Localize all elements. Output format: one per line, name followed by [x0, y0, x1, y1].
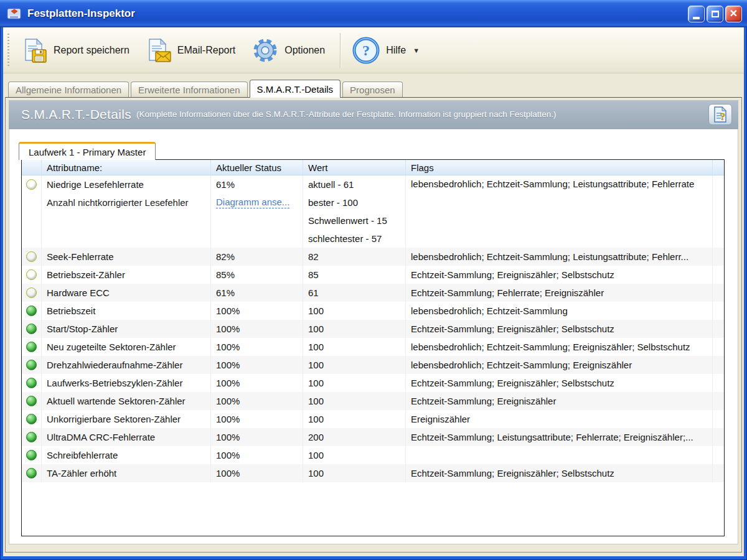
help-icon: ? [352, 36, 380, 65]
options-gear-icon [251, 37, 279, 64]
table-row: Niedrige LesefehlerrateAnzahl nichtkorri… [22, 175, 724, 248]
close-button[interactable]: ✕ [725, 6, 742, 22]
wert-value: 100 [303, 464, 405, 482]
window-title: Festplatten-Inspektor [27, 7, 688, 20]
column-header-attributname[interactable]: Attributname: [42, 160, 211, 175]
save-report-button[interactable]: Report speichern [16, 32, 139, 69]
attribute-name: Neu zugeteilte Sektoren-Zähler [42, 338, 210, 356]
wert-value: aktuell - 61 [303, 175, 405, 194]
attribute-name: Niedrige Lesefehlerrate [42, 175, 210, 194]
app-window: Festplatten-Inspektor ✕ [0, 0, 747, 560]
save-report-label: Report speichern [54, 45, 129, 56]
tab-prognosen[interactable]: Prognosen [342, 82, 403, 97]
wert-value: 100 [303, 356, 405, 374]
help-label: Hilfe [386, 45, 406, 56]
green-status-icon [26, 324, 37, 334]
flags-value: Echtzeit-Sammlung; Ereigniszähler; Selbs… [406, 266, 713, 284]
current-status-value: 100% [211, 356, 303, 374]
attribute-name: Hardware ECC [42, 284, 210, 302]
flags-value: Echtzeit-Sammlung; Ereigniszähler [406, 392, 713, 410]
tab-label: S.M.A.R.T.-Details [257, 84, 334, 95]
current-status-value: 100% [211, 302, 303, 320]
yellow-status-icon [26, 179, 37, 190]
flags-value: Echtzeit-Sammlung; Fehlerrate; Ereignisz… [406, 284, 713, 302]
help-button[interactable]: ? Hilfe ▼ [345, 32, 430, 69]
attribute-name: Seek-Fehlerrate [42, 248, 210, 266]
section-help-button[interactable]: ? [708, 104, 732, 125]
flags-value: Echtzeit-Sammlung; Leistungsattribute; F… [406, 428, 713, 446]
flags-value [406, 446, 713, 464]
wert-value: 200 [303, 428, 405, 446]
wert-value: 100 [303, 410, 405, 428]
tab-smart-details[interactable]: S.M.A.R.T.-Details [250, 80, 341, 98]
green-status-icon [26, 468, 37, 478]
current-status-value: 100% [211, 446, 303, 464]
table-row: Schreibfehlerrate100%100 [22, 446, 724, 464]
table-row: Betriebszeit-Zähler85%85Echtzeit-Sammlun… [22, 266, 724, 284]
green-status-icon [26, 360, 37, 370]
flags-value: Echtzeit-Sammlung; Ereigniszähler; Selbs… [406, 320, 713, 338]
wert-value: schlechtester - 57 [303, 230, 405, 248]
current-status-value: 100% [211, 392, 303, 410]
email-report-button[interactable]: EMail-Report [139, 32, 245, 69]
column-header-status-icon[interactable] [22, 160, 42, 175]
tab-allgemeine-informationen[interactable]: Allgemeine Informationen [8, 82, 129, 97]
column-header-wert[interactable]: Wert [303, 160, 406, 175]
tab-erweiterte-informationen[interactable]: Erweiterte Informationen [131, 82, 247, 97]
flags-value: lebensbedrohlich; Echtzeit-Sammlung; Lei… [406, 248, 713, 266]
section-title: S.M.A.R.T.-Details [21, 107, 131, 122]
save-report-icon [22, 37, 48, 63]
window-body: Report speichern EMail-Report [3, 27, 744, 556]
table-row: Unkorrigierbare Sektoren-Zähler100%100Er… [22, 410, 724, 428]
current-status-value: 100% [211, 320, 303, 338]
flags-value: lebensbedrohlich; Echtzeit-Sammlung; Lei… [406, 175, 713, 248]
table-row: Drehzahlwiederaufnahme-Zähler100%100lebe… [22, 356, 724, 374]
current-status-value: 61% [211, 175, 303, 194]
table-row: Neu zugeteilte Sektoren-Zähler100%100leb… [22, 338, 724, 356]
view-diagram-link[interactable]: Diagramm anse... [216, 197, 289, 208]
doc-question-icon: ? [713, 106, 728, 123]
wert-value: 82 [303, 248, 405, 266]
tab-page: Laufwerk 1 - Primary Master Attributname… [9, 129, 738, 544]
table-row: Hardware ECC61%61Echtzeit-Sammlung; Fehl… [22, 284, 724, 302]
wert-value: 100 [303, 392, 405, 410]
current-status-value: 82% [211, 248, 303, 266]
table-row: UltraDMA CRC-Fehlerrate100%200Echtzeit-S… [22, 428, 724, 446]
attribute-name: Unkorrigierbare Sektoren-Zähler [42, 410, 210, 428]
toolbar-grip[interactable] [7, 34, 9, 67]
drive-tab-laufwerk-1[interactable]: Laufwerk 1 - Primary Master [19, 142, 156, 160]
wert-value: 61 [303, 284, 405, 302]
wert-value: 100 [303, 338, 405, 356]
attribute-name: Drehzahlwiederaufnahme-Zähler [42, 356, 210, 374]
maximize-button[interactable] [707, 6, 723, 22]
column-header-aktueller-status[interactable]: Aktueller Status [211, 160, 303, 175]
svg-text:?: ? [720, 111, 726, 123]
minimize-button[interactable] [688, 6, 705, 22]
current-status-value: 100% [211, 464, 303, 482]
main-tabstrip: Allgemeine Informationen Erweiterte Info… [3, 80, 744, 97]
wert-value: 100 [303, 320, 405, 338]
current-status-value: 100% [211, 338, 303, 356]
attribute-name: UltraDMA CRC-Fehlerrate [42, 428, 210, 446]
minimize-icon [693, 17, 700, 19]
tab-label: Erweiterte Informationen [138, 85, 240, 95]
attribute-name: TA-Zähler erhöht [42, 464, 210, 482]
attribute-name: Aktuell wartende Sektoren-Zähler [42, 392, 210, 410]
current-status-value: 85% [211, 266, 303, 284]
current-status-value: 100% [211, 374, 303, 392]
toolbar: Report speichern EMail-Report [3, 27, 744, 73]
app-icon [6, 6, 22, 21]
flags-value: Echtzeit-Sammlung; Ereigniszähler; Selbs… [406, 374, 713, 392]
column-header-spacer [713, 160, 724, 175]
table-header-row: Attributname: Aktueller Status Wert Flag… [22, 160, 724, 175]
options-button[interactable]: Optionen [245, 32, 335, 69]
options-label: Optionen [284, 45, 325, 56]
flags-value: lebensbedrohlich; Echtzeit-Sammlung; Ere… [406, 356, 713, 374]
column-header-flags[interactable]: Flags [406, 160, 713, 175]
drive-tab-label: Laufwerk 1 - Primary Master [29, 147, 146, 157]
attribute-name: Start/Stop-Zähler [42, 320, 210, 338]
table-row: TA-Zähler erhöht100%100Echtzeit-Sammlung… [22, 464, 724, 482]
wert-value: 100 [303, 302, 405, 320]
flags-value: lebensbedrohlich; Echtzeit-Sammlung; Ere… [406, 338, 713, 356]
flags-value: Ereigniszähler [406, 410, 713, 428]
